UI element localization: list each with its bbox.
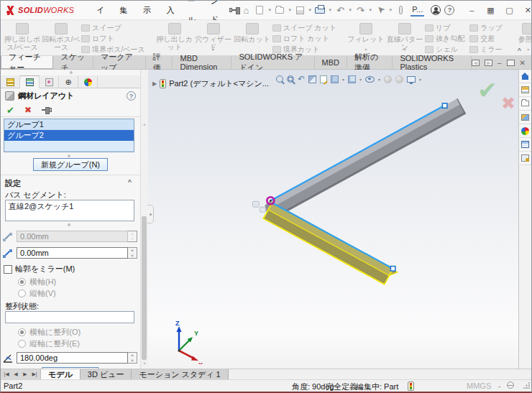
gap-end-input[interactable]: 0.00mm xyxy=(17,247,128,259)
settings-section-header[interactable]: 設定 xyxy=(5,178,21,189)
linear-pattern-caret-icon[interactable]: ▾ xyxy=(403,46,405,54)
configurationmanager-tab[interactable] xyxy=(40,75,59,88)
sketch-endpoint-marker[interactable] xyxy=(442,103,446,108)
pm-cancel-button[interactable]: ✖ xyxy=(24,105,32,115)
doc-next-window-icon[interactable]: ⊳ xyxy=(485,60,492,66)
group-list-item[interactable]: グループ1 xyxy=(4,119,134,130)
tab-analysis-prep[interactable]: 解析の準備 xyxy=(347,56,393,69)
yellow-beam-flange[interactable] xyxy=(268,203,393,275)
pm-help-icon[interactable]: ? xyxy=(127,91,136,101)
tab-mbd[interactable]: MBD xyxy=(315,56,347,69)
status-units[interactable]: MMGS xyxy=(467,382,491,390)
tab-evaluate[interactable]: 評価 xyxy=(146,56,173,69)
doc-restore-icon[interactable] xyxy=(507,60,515,66)
view-settings-caret-icon[interactable]: ▾ xyxy=(419,77,421,82)
revolved-cut-button[interactable]: 回転カット xyxy=(233,21,272,55)
wrap-button[interactable]: ラップ xyxy=(469,22,507,33)
save-icon[interactable] xyxy=(293,3,306,17)
align-vertical-radio[interactable]: 縦軸に整列(E) xyxy=(18,338,80,349)
gap-end-spinner[interactable]: ˄˅ xyxy=(128,247,137,259)
print-caret-icon[interactable]: ▾ xyxy=(327,7,333,13)
redo-icon[interactable]: ↷ xyxy=(354,3,367,17)
touch-mode-icon[interactable] xyxy=(394,3,407,17)
rib-button[interactable]: リブ xyxy=(424,22,469,33)
resize-grip[interactable] xyxy=(523,382,531,389)
taskpane-custom-properties-tab[interactable] xyxy=(519,138,531,152)
model-canvas[interactable] xyxy=(148,70,518,369)
settings-collapse-icon[interactable]: ^ xyxy=(128,178,132,185)
minimize-button[interactable]: – xyxy=(463,3,480,17)
first-tab-button[interactable]: |◀ xyxy=(2,371,11,377)
view-settings-icon[interactable] xyxy=(407,76,416,83)
gray-beam-web[interactable] xyxy=(274,104,464,214)
display-style-icon[interactable] xyxy=(348,75,356,83)
tab-features[interactable]: フィーチャー xyxy=(1,56,53,69)
pathbox-resize-grip[interactable] xyxy=(68,223,70,226)
doc-minimize-icon[interactable]: – xyxy=(497,59,502,67)
draft-button[interactable]: 抜き勾配 xyxy=(424,33,469,44)
align-horizontal-radio[interactable]: 横軸に整列(O) xyxy=(18,327,81,338)
linear-pattern-button[interactable]: 直線パターン▾ xyxy=(385,21,424,55)
zoom-area-icon[interactable] xyxy=(287,75,294,83)
undo-icon[interactable]: ↶ xyxy=(334,3,347,17)
view-orientation-caret-icon[interactable]: ▾ xyxy=(342,77,344,82)
group-list-item-empty[interactable] xyxy=(4,141,134,152)
gray-beam-flange[interactable] xyxy=(270,98,460,206)
new-caret-icon[interactable]: ▾ xyxy=(267,7,272,13)
annotation-view-icon[interactable] xyxy=(320,75,327,83)
rotation-angle-spinner[interactable]: ˄˅ xyxy=(128,352,137,364)
tab-markup[interactable]: マークアップ xyxy=(93,56,146,69)
dimxpertmanager-tab[interactable]: ⊕ xyxy=(59,75,78,88)
maximize-button[interactable]: ▢ xyxy=(500,3,518,17)
displaymanager-tab[interactable] xyxy=(78,75,98,88)
previous-view-icon[interactable]: ↶ xyxy=(298,75,305,83)
rotation-angle-input[interactable]: 180.00deg xyxy=(17,352,128,364)
print-icon[interactable] xyxy=(313,3,326,17)
list-resize-grip[interactable] xyxy=(68,154,70,157)
hole-wizard-caret-icon[interactable]: ▾ xyxy=(212,46,214,54)
3d-views-tab[interactable]: 3D ビュー xyxy=(81,369,132,379)
graphics-viewport[interactable]: ▶ Part2 (デフォルト<マシン... ↶ ▾ ▾ ▾ ▾ ✔ ✖ xyxy=(148,70,518,369)
doc-prev-window-icon[interactable]: ⊲ xyxy=(472,60,480,66)
loft-cut-button[interactable]: ロフト カット xyxy=(272,33,341,44)
reference-caret-icon[interactable]: ▾ xyxy=(527,46,529,54)
path-segment-listbox[interactable]: 直線2@スケッチ1 xyxy=(5,200,134,221)
fillet-button[interactable]: フィレット▾ xyxy=(347,21,385,55)
intersect-button[interactable]: 交差 xyxy=(469,33,507,44)
featuremanager-tab[interactable] xyxy=(1,75,20,88)
select-cursor-icon[interactable]: ➤ xyxy=(371,1,390,20)
pm-scrollbar-thumb[interactable] xyxy=(142,216,147,360)
save-caret-icon[interactable]: ▾ xyxy=(307,7,313,13)
hole-wizard-button[interactable]: 穴ウィザード▾ xyxy=(194,21,233,55)
zoom-fit-icon[interactable] xyxy=(276,75,283,83)
sketch-line-2[interactable] xyxy=(272,203,393,269)
taskpane-design-library-tab[interactable] xyxy=(519,83,531,97)
doc-close-icon[interactable]: ✕ xyxy=(520,59,526,67)
propertymanager-tab[interactable] xyxy=(20,75,40,88)
sketch-endpoint-marker[interactable] xyxy=(390,267,395,271)
yellow-beam-web[interactable] xyxy=(263,210,389,285)
extruded-cut-button[interactable]: 押し出しカット xyxy=(155,21,194,55)
sketch-line-1[interactable] xyxy=(270,106,444,200)
mirror-button[interactable]: ミラー xyxy=(469,44,507,55)
close-button[interactable]: ✕ xyxy=(519,3,532,17)
mirror-horizontal-radio[interactable]: 横軸(H) xyxy=(18,277,56,287)
mirror-vertical-radio[interactable]: 縦軸(V) xyxy=(18,288,56,299)
taskpane-forum-tab[interactable] xyxy=(519,152,531,165)
feature-tree-flyout[interactable]: ▶ Part2 (デフォルト<マシン... xyxy=(152,78,269,89)
view-orientation-icon[interactable] xyxy=(331,75,339,83)
tab-addins[interactable]: SOLIDWORKS アドイン xyxy=(231,56,314,69)
part-breadcrumb-label[interactable]: Part2 (デフォルト<マシン... xyxy=(169,78,269,89)
tag-icon[interactable] xyxy=(507,382,514,389)
pm-pin-icon[interactable] xyxy=(42,106,52,114)
pm-ok-button[interactable]: ✔ xyxy=(6,105,14,116)
account-icon[interactable] xyxy=(429,3,442,17)
home-icon[interactable]: ⌂ xyxy=(239,3,252,17)
new-document-icon[interactable] xyxy=(253,3,266,17)
help-icon[interactable]: ? xyxy=(443,3,456,17)
shell-button[interactable]: シェル xyxy=(424,44,469,55)
next-tab-button[interactable]: ▶ xyxy=(21,371,29,377)
sweep-cut-button[interactable]: スイープ カット xyxy=(272,22,341,33)
group-listbox[interactable]: グループ1 グループ2 xyxy=(4,119,134,152)
confirm-cancel-button[interactable]: ✖ xyxy=(501,93,515,114)
